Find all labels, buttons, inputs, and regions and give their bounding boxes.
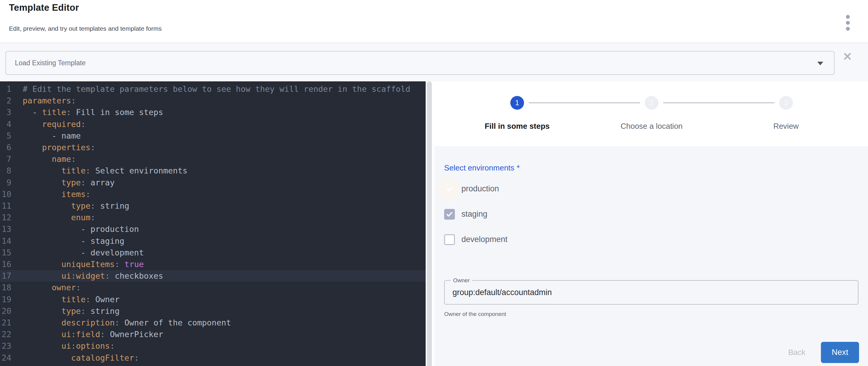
back-button[interactable]: Back — [788, 348, 805, 357]
line-number: 10 — [0, 188, 11, 200]
code-editor[interactable]: 1# Edit the template parameters below to… — [0, 81, 426, 366]
checkbox-staging[interactable] — [444, 209, 455, 220]
owner-input[interactable] — [445, 281, 858, 304]
step-label: Review — [773, 122, 799, 131]
code-text: required: — [11, 118, 86, 130]
code-text: ui:widget: checkboxes — [11, 270, 163, 282]
kebab-dot-icon — [846, 27, 850, 31]
next-button[interactable]: Next — [821, 342, 859, 363]
code-text: items: — [11, 188, 91, 200]
code-text: owner: — [11, 282, 81, 293]
check-icon — [445, 210, 454, 218]
code-line: 20 type: string — [0, 305, 426, 317]
code-line: 19 title: Owner — [0, 294, 426, 305]
stepper-connector — [529, 102, 640, 103]
line-number: 18 — [0, 282, 11, 293]
line-number: 7 — [0, 153, 11, 165]
load-existing-template-select[interactable]: Load Existing Template — [5, 51, 835, 75]
line-number: 13 — [0, 223, 11, 235]
code-line: 4 required: — [0, 118, 426, 130]
stepper: 1Fill in some steps2Choose a location3Re… — [432, 81, 868, 146]
check-icon — [445, 185, 454, 193]
code-text: type: string — [11, 305, 120, 317]
checkbox-row-staging: staging — [444, 202, 507, 227]
checkbox-production[interactable] — [444, 184, 455, 194]
scrollbar-thumb[interactable] — [427, 81, 432, 366]
code-text: uniqueItems: true — [11, 258, 144, 270]
line-number: 20 — [0, 305, 11, 317]
required-marker: * — [517, 163, 520, 172]
code-line: 14 - staging — [0, 235, 426, 247]
wizard-buttons: Back Next — [788, 342, 859, 363]
code-line: 18 owner: — [0, 282, 426, 293]
owner-field: Owner — [444, 280, 859, 305]
checkbox-label: production — [461, 184, 499, 193]
code-line: 5 - name — [0, 130, 426, 142]
step-circle: 3 — [779, 96, 793, 110]
code-line: 24 catalogFilter: — [0, 352, 426, 364]
line-number: 9 — [0, 177, 11, 188]
line-number: 21 — [0, 317, 11, 329]
code-text: type: array — [11, 177, 115, 188]
line-number: 8 — [0, 165, 11, 177]
code-text: properties: — [11, 142, 95, 153]
code-text: parameters: — [11, 95, 76, 106]
form-panel: Select environments* productionstagingde… — [434, 146, 868, 366]
code-text: - development — [11, 247, 144, 258]
code-line: 21 description: Owner of the component — [0, 317, 426, 329]
wizard-panel: 1Fill in some steps2Choose a location3Re… — [432, 81, 868, 366]
field-label-text: Select environments — [444, 163, 515, 172]
code-text: - production — [11, 223, 139, 235]
code-line: 1# Edit the template parameters below to… — [0, 83, 426, 95]
code-text: - name — [11, 130, 81, 142]
code-line: 23 ui:options: — [0, 340, 426, 352]
code-text: catalogFilter: — [11, 352, 139, 364]
code-line: 11 type: string — [0, 200, 426, 212]
code-line: 17 ui:widget: checkboxes — [0, 270, 426, 282]
load-template-bar: Load Existing Template ✕ — [0, 42, 868, 81]
line-number: 14 — [0, 235, 11, 247]
line-number: 5 — [0, 130, 11, 142]
line-number: 4 — [0, 118, 11, 130]
line-number: 17 — [0, 270, 11, 282]
checkbox-label: development — [461, 235, 507, 244]
line-number: 6 — [0, 142, 11, 153]
page-title: Template Editor — [9, 2, 79, 13]
line-number: 1 — [0, 83, 11, 95]
code-line: 10 items: — [0, 188, 426, 200]
checkbox-development[interactable] — [444, 234, 455, 245]
code-text: description: Owner of the component — [11, 317, 231, 329]
code-line: 22 ui:field: OwnerPicker — [0, 329, 426, 340]
more-options-button[interactable] — [841, 13, 854, 32]
code-text: # Edit the template parameters below to … — [11, 83, 410, 95]
code-line: 13 - production — [0, 223, 426, 235]
kebab-dot-icon — [846, 21, 850, 25]
code-line: 9 type: array — [0, 177, 426, 188]
stepper-step-3: 3Review — [779, 96, 793, 110]
close-icon[interactable]: ✕ — [841, 50, 854, 63]
code-line: 2parameters: — [0, 95, 426, 106]
select-placeholder: Load Existing Template — [15, 59, 86, 67]
page-subtitle: Edit, preview, and try out templates and… — [9, 25, 161, 32]
step-label: Choose a location — [621, 122, 683, 131]
code-line: 8 title: Select environments — [0, 165, 426, 177]
code-text: title: Select environments — [11, 165, 187, 177]
line-number: 22 — [0, 329, 11, 340]
code-line: 15 - development — [0, 247, 426, 258]
kebab-dot-icon — [846, 15, 850, 19]
template-editor-page: Template Editor Edit, preview, and try o… — [0, 0, 868, 366]
code-text: title: Owner — [11, 294, 120, 305]
checkbox-label: staging — [461, 210, 487, 219]
line-number: 3 — [0, 106, 11, 118]
owner-helper-text: Owner of the component — [444, 311, 506, 317]
line-number: 24 — [0, 352, 11, 364]
code-line: 12 enum: — [0, 212, 426, 223]
stepper-step-2: 2Choose a location — [645, 96, 658, 110]
code-text: ui:options: — [11, 340, 115, 352]
line-number: 23 — [0, 340, 11, 352]
line-number: 16 — [0, 258, 11, 270]
page-header: Template Editor Edit, preview, and try o… — [0, 0, 868, 42]
step-circle: 2 — [645, 96, 658, 110]
code-text: enum: — [11, 212, 95, 223]
code-line: 6 properties: — [0, 142, 426, 153]
